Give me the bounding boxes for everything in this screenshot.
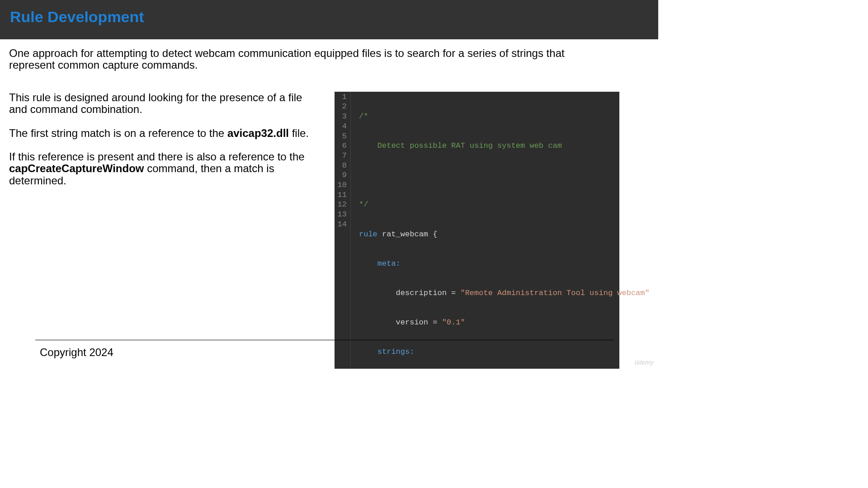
line-number: 5 (336, 131, 347, 141)
line-number: 2 (336, 102, 347, 112)
code-line: meta: (359, 259, 650, 269)
code-line: description = "Remote Administration Too… (359, 288, 650, 298)
comment-text: Detect possible RAT using system web cam (359, 141, 562, 150)
code-line: /* (359, 112, 650, 122)
code-line: strings: (359, 347, 650, 357)
paragraph-3: If this reference is present and there i… (9, 151, 321, 187)
intro-paragraph: One approach for attempting to detect we… (9, 47, 588, 71)
code-block: 1 2 3 4 5 6 7 8 9 10 11 12 13 14 /* Dete… (335, 92, 619, 369)
section-meta: meta: (359, 259, 401, 268)
brace-open: { (433, 230, 437, 239)
p2-bold: avicap32.dll (227, 127, 289, 139)
line-number-gutter: 1 2 3 4 5 6 7 8 9 10 11 12 13 14 (335, 92, 351, 369)
paragraph-1: This rule is designed around looking for… (9, 92, 321, 116)
meta-desc-key: description = (359, 289, 460, 297)
footer-divider (35, 340, 614, 340)
left-column: This rule is designed around looking for… (9, 92, 321, 369)
kw-rule: rule (359, 230, 377, 239)
line-number: 10 (336, 180, 347, 190)
line-number: 12 (336, 200, 347, 210)
p3-bold: capCreateCaptureWindow (9, 162, 144, 174)
p2-post: file. (289, 127, 309, 139)
meta-desc-val: "Remote Administration Tool using webcam… (460, 289, 649, 297)
line-number: 14 (336, 220, 347, 230)
page-title: Rule Development (10, 8, 648, 26)
line-number: 13 (336, 210, 347, 220)
watermark: ûdemy (634, 359, 654, 366)
line-number: 3 (336, 112, 347, 122)
header-bar: Rule Development (0, 0, 658, 39)
body-row: This rule is designed around looking for… (9, 92, 649, 369)
rule-name: rat_webcam (377, 230, 433, 239)
copyright-text: Copyright 2024 (40, 346, 113, 359)
code-line: */ (359, 200, 650, 210)
meta-ver-val: "0.1" (442, 318, 465, 327)
line-number: 4 (336, 122, 347, 131)
section-strings: strings: (359, 347, 414, 356)
code-line: rule rat_webcam { (359, 230, 650, 239)
line-number: 6 (336, 141, 347, 151)
comment-open: /* (359, 112, 368, 121)
content-area: One approach for attempting to detect we… (0, 39, 658, 369)
code-line: Detect possible RAT using system web cam (359, 141, 650, 151)
code-line: version = "0.1" (359, 318, 650, 328)
meta-ver-key: version = (359, 318, 442, 327)
line-number: 8 (336, 161, 347, 171)
line-number: 9 (336, 170, 347, 180)
p2-pre: The first string match is on a reference… (9, 127, 227, 139)
code-content: /* Detect possible RAT using system web … (351, 92, 653, 369)
paragraph-2: The first string match is on a reference… (9, 127, 321, 139)
line-number: 7 (336, 151, 347, 161)
code-line (359, 170, 650, 180)
line-number: 11 (336, 190, 347, 200)
line-number: 1 (336, 92, 347, 102)
comment-close: */ (359, 200, 368, 209)
p3-pre: If this reference is present and there i… (9, 150, 305, 163)
